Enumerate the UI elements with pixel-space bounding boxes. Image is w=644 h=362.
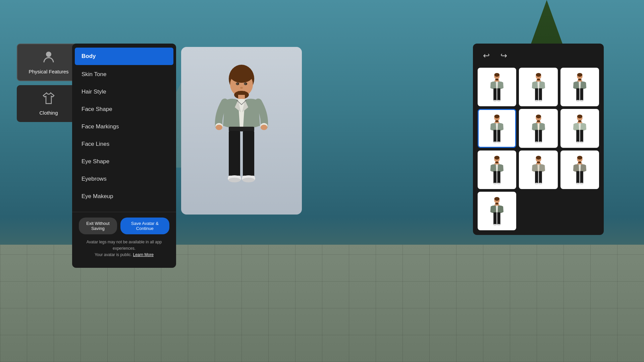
category-panel: Physical Features Clothing — [17, 44, 80, 122]
svg-rect-76 — [493, 171, 496, 183]
svg-point-65 — [577, 114, 582, 118]
svg-rect-53 — [497, 130, 500, 142]
svg-rect-85 — [539, 171, 542, 183]
svg-rect-29 — [497, 88, 500, 101]
svg-rect-99 — [494, 204, 499, 206]
svg-rect-84 — [535, 171, 538, 183]
svg-point-71 — [580, 141, 583, 143]
svg-rect-67 — [577, 122, 582, 123]
style-card-6[interactable] — [560, 109, 599, 147]
avatar-figure — [205, 60, 278, 201]
svg-rect-92 — [576, 171, 579, 183]
physical-features-label: Physical Features — [29, 69, 68, 74]
svg-rect-17 — [243, 131, 254, 178]
svg-point-70 — [576, 141, 579, 143]
svg-rect-52 — [493, 130, 496, 142]
svg-rect-35 — [536, 80, 541, 82]
svg-rect-43 — [577, 80, 582, 82]
svg-rect-69 — [580, 130, 583, 142]
svg-point-3 — [230, 68, 253, 83]
style-card-1[interactable] — [478, 68, 516, 106]
menu-item-face-lines[interactable]: Face Lines — [72, 135, 176, 153]
menu-item-body[interactable]: Body — [75, 48, 173, 65]
svg-rect-51 — [494, 122, 499, 123]
svg-point-89 — [577, 156, 582, 160]
svg-point-46 — [576, 100, 579, 102]
avatar-svg — [205, 60, 278, 201]
style-card-2[interactable] — [519, 68, 557, 106]
svg-rect-36 — [535, 88, 538, 101]
svg-point-8 — [244, 83, 247, 85]
svg-rect-27 — [494, 80, 499, 82]
svg-rect-37 — [539, 88, 542, 101]
svg-point-79 — [497, 183, 500, 184]
footer-notice: Avatar legs may not be available in all … — [79, 239, 169, 258]
learn-more-link[interactable]: Learn More — [133, 252, 153, 257]
svg-point-31 — [497, 100, 500, 102]
footer-buttons: Exit Without Saving Save Avatar & Contin… — [79, 218, 169, 234]
save-avatar-button[interactable]: Save Avatar & Continue — [120, 218, 169, 234]
svg-rect-68 — [576, 130, 579, 142]
menu-item-eyebrows[interactable]: Eyebrows — [72, 170, 176, 188]
physical-features-icon — [42, 50, 55, 66]
category-physical-features[interactable]: Physical Features — [17, 44, 80, 81]
svg-rect-60 — [535, 130, 538, 142]
redo-button[interactable]: ↪ — [498, 50, 510, 62]
svg-point-94 — [576, 183, 579, 184]
menu-item-face-markings[interactable]: Face Markings — [72, 118, 176, 135]
svg-point-103 — [497, 224, 500, 226]
svg-rect-83 — [536, 163, 541, 165]
menu-item-hair-style[interactable]: Hair Style — [72, 83, 176, 101]
svg-point-102 — [493, 224, 497, 226]
svg-rect-75 — [494, 163, 499, 165]
svg-point-57 — [536, 114, 541, 118]
style-card-3[interactable] — [560, 68, 599, 106]
svg-rect-44 — [576, 88, 579, 101]
svg-point-49 — [494, 114, 499, 118]
svg-point-38 — [535, 100, 538, 102]
svg-point-0 — [46, 52, 51, 57]
menu-item-eye-makeup[interactable]: Eye Makeup — [72, 188, 176, 205]
customization-panel: Body Skin Tone Hair Style Face Shape Fac… — [72, 44, 176, 268]
svg-point-41 — [577, 73, 582, 77]
style-card-10[interactable] — [478, 192, 516, 230]
panel-toolbar: ↩ ↪ — [478, 48, 599, 63]
svg-rect-59 — [536, 122, 541, 123]
svg-point-95 — [580, 183, 583, 184]
svg-rect-15 — [229, 127, 254, 131]
menu-item-face-shape[interactable]: Face Shape — [72, 101, 176, 118]
style-card-4[interactable] — [478, 109, 516, 147]
style-card-8[interactable] — [519, 150, 557, 189]
style-card-7[interactable] — [478, 150, 516, 189]
svg-rect-100 — [493, 213, 496, 225]
svg-rect-77 — [497, 171, 500, 183]
svg-point-25 — [494, 73, 499, 77]
svg-point-12 — [216, 125, 222, 130]
svg-point-47 — [580, 100, 583, 102]
style-options-panel: ↩ ↪ — [473, 44, 604, 235]
svg-point-73 — [494, 156, 499, 160]
clothing-label: Clothing — [39, 110, 58, 116]
svg-point-86 — [535, 183, 538, 184]
panel-footer: Exit Without Saving Save Avatar & Contin… — [72, 212, 176, 261]
svg-point-9 — [240, 87, 243, 89]
svg-point-63 — [539, 141, 542, 143]
svg-point-23 — [243, 178, 255, 182]
svg-point-14 — [261, 125, 267, 130]
menu-item-skin-tone[interactable]: Skin Tone — [72, 66, 176, 83]
svg-rect-61 — [539, 130, 542, 142]
svg-rect-93 — [580, 171, 583, 183]
undo-button[interactable]: ↩ — [480, 50, 492, 62]
style-card-5[interactable] — [519, 109, 557, 147]
style-card-9[interactable] — [560, 150, 599, 189]
svg-point-81 — [536, 156, 541, 160]
menu-item-eye-shape[interactable]: Eye Shape — [72, 153, 176, 170]
svg-point-87 — [539, 183, 542, 184]
menu-list: Body Skin Tone Hair Style Face Shape Fac… — [72, 44, 176, 208]
avatar-preview-panel — [181, 47, 302, 215]
svg-rect-91 — [577, 163, 582, 165]
category-clothing[interactable]: Clothing — [17, 85, 80, 122]
svg-point-22 — [228, 178, 240, 182]
svg-point-54 — [493, 141, 497, 143]
exit-without-saving-button[interactable]: Exit Without Saving — [79, 218, 117, 234]
